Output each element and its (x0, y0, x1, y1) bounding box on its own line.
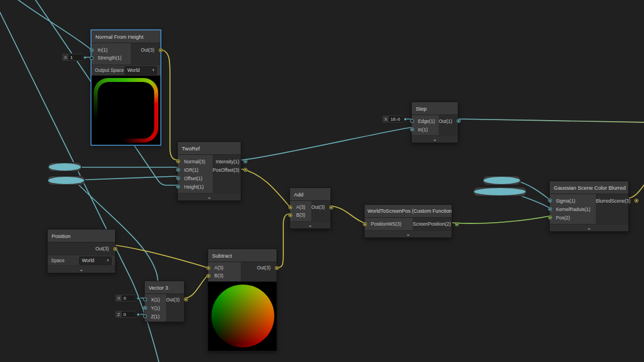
port-sigma[interactable] (548, 199, 552, 203)
port-a[interactable] (206, 266, 210, 270)
wire-screenpos-to-gaussian-pos[interactable] (452, 216, 549, 223)
property-pill-kernelradius[interactable]: KernelRaduis(1) (473, 187, 527, 196)
normal-ring-gradient (94, 78, 158, 143)
vector3-x-float-field[interactable]: X 0 (115, 294, 136, 302)
port-out[interactable] (77, 178, 81, 182)
collapse-chevron-icon[interactable]: ⌄ (178, 193, 241, 200)
option-label: Space (51, 258, 65, 263)
node-title: Position (48, 230, 115, 242)
port-positionws[interactable] (363, 222, 367, 226)
node-add[interactable]: Add A(3) B(3) Out(3) ⌄ (289, 187, 331, 229)
wire-posoffset-to-add-a[interactable] (241, 169, 289, 207)
vector3-z-float-field[interactable]: Z 0 (115, 310, 136, 318)
float-value[interactable]: 1E-0 (389, 116, 402, 122)
port-height[interactable] (176, 185, 180, 189)
port-pos[interactable] (548, 216, 552, 219)
wire-nfh-out-to-tworef-normal[interactable] (161, 49, 177, 160)
connector-dot (137, 297, 140, 300)
node-title: Gaussian Scene Color Blurred (550, 181, 628, 194)
port-normal[interactable] (176, 159, 180, 163)
collapse-chevron-icon[interactable]: ⌄ (365, 230, 452, 237)
wire-add-to-wtsp[interactable] (331, 206, 364, 223)
shader-graph-canvas[interactable]: Normal From Height In(1) Strength(1) Out… (0, 0, 644, 362)
wire-position-to-subtract-a[interactable] (116, 245, 208, 268)
port-b[interactable] (288, 213, 292, 217)
node-normal-from-height[interactable]: Normal From Height In(1) Strength(1) Out… (91, 30, 161, 145)
connector-dot (404, 118, 407, 121)
port-edge[interactable] (410, 119, 414, 123)
collapse-chevron-icon[interactable]: ⌄ (412, 135, 458, 143)
port-kernelradius[interactable] (548, 207, 552, 211)
port-out[interactable] (457, 119, 461, 123)
port-in[interactable] (90, 48, 94, 52)
subtract-preview (208, 281, 277, 351)
node-step[interactable]: Step Edge(1) In(1) Out(1) ⌄ (411, 102, 458, 143)
normal-map-preview (91, 75, 160, 145)
property-pill-offset[interactable]: Offset(1) (47, 176, 85, 185)
port-out[interactable] (519, 190, 523, 194)
port-out[interactable] (184, 297, 188, 301)
port-out[interactable] (275, 266, 279, 270)
node-vector3[interactable]: Vector 3 X(1) Y(1) Z(1) Out(3) (144, 281, 185, 322)
port-intensity[interactable] (243, 159, 247, 163)
port-out[interactable] (513, 178, 517, 182)
wire-step-out-offscreen[interactable] (458, 119, 644, 122)
collapse-chevron-icon[interactable]: ⌄ (48, 265, 115, 273)
port-x[interactable] (143, 297, 147, 301)
port-out[interactable] (159, 48, 163, 52)
port-posoffset[interactable] (243, 168, 247, 172)
node-title: WorldToScreenPos (Custom Function) (365, 205, 452, 218)
node-title: Add (290, 188, 330, 201)
float-value[interactable]: 0 (122, 311, 135, 317)
port-in[interactable] (410, 127, 414, 131)
node-title: Subtract (208, 249, 277, 262)
caret-down-icon: ▾ (152, 68, 154, 72)
wire-offset-to-tworef-offset[interactable] (75, 176, 177, 180)
port-out[interactable] (74, 165, 78, 169)
port-b[interactable] (206, 274, 210, 278)
port-offset[interactable] (176, 176, 180, 180)
property-pill-sigma[interactable]: Sigma(1) (482, 176, 521, 185)
node-tworef[interactable]: TwoRef Normal(3) IOR(1) Offset(1) Height… (177, 141, 241, 201)
collapse-chevron-icon[interactable]: ⌄ (550, 224, 628, 231)
node-subtract[interactable]: Subtract A(3) B(3) Out(3) (208, 249, 277, 351)
collapse-chevron-icon[interactable]: ⌄ (290, 221, 330, 228)
port-ior[interactable] (176, 168, 180, 172)
wire-subtract-to-add-b[interactable] (277, 214, 289, 268)
node-gaussian-scene-color-blurred[interactable]: Gaussian Scene Color Blurred Sigma(1) Ke… (549, 181, 629, 232)
port-z[interactable] (143, 314, 147, 318)
caret-down-icon: ▾ (107, 258, 109, 263)
connector-dot (137, 313, 140, 316)
output-space-dropdown[interactable]: World ▾ (125, 66, 157, 75)
node-title: TwoRef (178, 142, 241, 155)
port-y[interactable] (143, 306, 147, 310)
color-wheel-preview (211, 285, 274, 347)
port-label: Strength(1) (98, 55, 122, 61)
strength-float-field[interactable]: X 1 (62, 53, 82, 61)
node-title: Step (412, 102, 458, 115)
node-title: Normal From Height (91, 30, 160, 43)
property-pill-ior[interactable]: IOR(1) (48, 162, 82, 172)
port-strength[interactable] (90, 56, 94, 60)
node-position[interactable]: Position Out(3) Space World ▾ ⌄ (47, 229, 116, 273)
connector-dot (84, 56, 86, 59)
edge-float-field[interactable]: X 1E-0 (382, 115, 403, 123)
wire-offscreen-to-nfh-in[interactable] (17, 0, 91, 49)
port-out[interactable] (113, 247, 117, 251)
port-label: In(1) (98, 47, 107, 53)
wire-intensity-to-step-in[interactable] (241, 127, 411, 160)
port-screenposition[interactable] (455, 222, 459, 226)
node-title: Vector 3 (145, 281, 184, 294)
space-dropdown[interactable]: World ▾ (79, 256, 112, 265)
port-out[interactable] (329, 205, 333, 209)
float-value[interactable]: 0 (122, 295, 135, 301)
port-a[interactable] (288, 205, 292, 209)
port-label: Out(3) (141, 47, 154, 53)
option-label: Output Space (95, 67, 124, 73)
wire-vector3-to-subtract-b[interactable] (185, 276, 208, 298)
node-world-to-screen-pos[interactable]: WorldToScreenPos (Custom Function) Posit… (364, 204, 452, 238)
float-value[interactable]: 1 (68, 54, 82, 60)
